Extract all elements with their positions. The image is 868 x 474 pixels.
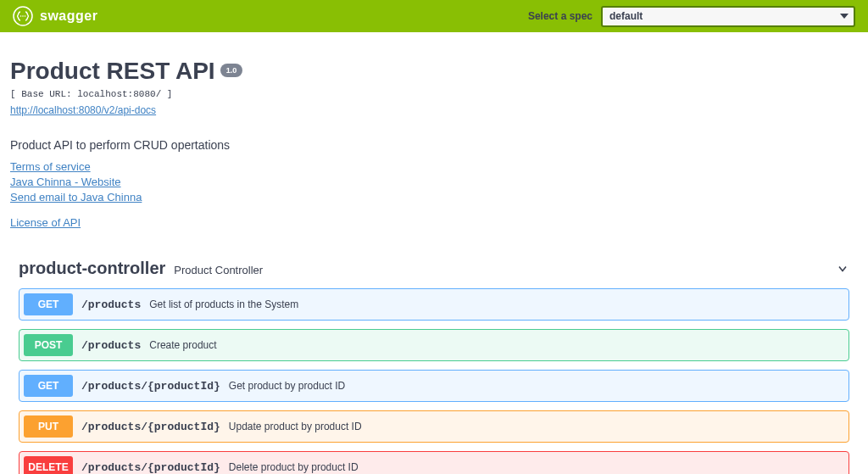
main-content: Product REST API 1.0 [ Base URL: localho… (0, 32, 868, 474)
spec-select-label: Select a spec (528, 10, 593, 22)
method-badge-get: GET (24, 293, 73, 315)
method-badge-post: POST (24, 334, 73, 356)
topbar: swagger Select a spec default (0, 0, 868, 32)
brand-name: swagger (40, 8, 97, 24)
operation-path: /products/{productId} (81, 421, 220, 433)
api-description: Product API to perform CRUD opertations (10, 138, 858, 152)
spec-select[interactable]: default (601, 6, 855, 27)
tag-header[interactable]: product-controller Product Controller (19, 259, 849, 278)
opblock-get-products[interactable]: GET /products Get list of products in th… (19, 288, 849, 321)
method-badge-get: GET (24, 375, 73, 397)
swagger-logo-icon (13, 6, 33, 26)
api-info: Product REST API 1.0 [ Base URL: localho… (10, 58, 858, 229)
operation-summary: Delete product by product ID (229, 461, 359, 473)
license-link[interactable]: License of API (10, 216, 858, 229)
operation-summary: Get product by product ID (229, 380, 345, 392)
tag-description: Product Controller (174, 264, 263, 276)
operation-summary: Get list of products in the System (149, 298, 298, 310)
topbar-right: Select a spec default (528, 6, 855, 27)
operation-summary: Create product (149, 339, 216, 351)
method-badge-delete: DELETE (24, 456, 73, 474)
terms-of-service-link[interactable]: Terms of service (10, 160, 858, 173)
opblock-post-products[interactable]: POST /products Create product (19, 329, 849, 361)
chevron-down-icon (836, 262, 849, 276)
contact-website-link[interactable]: Java Chinna - Website (10, 176, 858, 188)
version-badge: 1.0 (220, 64, 243, 77)
base-url: [ Base URL: localhost:8080/ ] (10, 89, 858, 99)
tag-left: product-controller Product Controller (19, 259, 263, 278)
svg-point-3 (25, 15, 26, 17)
api-docs-link[interactable]: http://localhost:8080/v2/api-docs (10, 104, 156, 116)
title-row: Product REST API 1.0 (10, 58, 858, 85)
opblock-put-product-by-id[interactable]: PUT /products/{productId} Update product… (19, 410, 849, 443)
operation-path: /products/{productId} (81, 380, 220, 393)
opblock-delete-product-by-id[interactable]: DELETE /products/{productId} Delete prod… (19, 451, 849, 474)
method-badge-put: PUT (24, 415, 73, 438)
operation-path: /products (81, 339, 141, 352)
svg-point-1 (20, 15, 22, 17)
info-links: Terms of service Java Chinna - Website S… (10, 160, 858, 229)
operation-path: /products/{productId} (81, 461, 220, 474)
opblock-get-product-by-id[interactable]: GET /products/{productId} Get product by… (19, 370, 849, 402)
operations-list: GET /products Get list of products in th… (19, 288, 849, 474)
contact-email-link[interactable]: Send email to Java Chinna (10, 191, 858, 204)
operation-path: /products (81, 298, 141, 311)
operation-summary: Update product by product ID (229, 421, 362, 432)
tag-section: product-controller Product Controller GE… (19, 259, 849, 474)
svg-point-2 (22, 15, 24, 17)
page-title: Product REST API (10, 58, 215, 85)
tag-name: product-controller (19, 259, 165, 278)
topbar-left: swagger (13, 6, 97, 26)
spec-select-wrap: default (601, 6, 855, 27)
